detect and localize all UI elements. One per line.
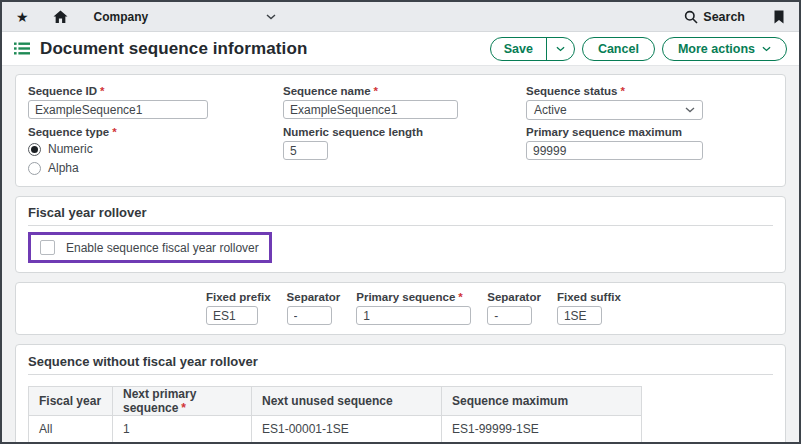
chevron-down-icon xyxy=(762,46,771,52)
top-bar: ★ Company Search xyxy=(2,2,799,32)
primary-sequence-maximum-label: Primary sequence maximum xyxy=(526,126,773,138)
save-button[interactable]: Save xyxy=(491,38,546,60)
section-divider xyxy=(28,374,773,375)
sequence-format-card: Fixed prefix Separator Primary sequence*… xyxy=(15,282,786,335)
sequence-id-field: Sequence ID* xyxy=(28,85,283,120)
fixed-prefix-label: Fixed prefix xyxy=(206,291,271,303)
primary-sequence-label: Primary sequence xyxy=(356,291,455,303)
radio-unselected-icon xyxy=(28,162,41,175)
search-icon xyxy=(684,10,698,24)
sequence-type-field: Sequence type* Numeric Alpha xyxy=(28,126,283,176)
fiscal-year-rollover-title: Fiscal year rollover xyxy=(28,205,773,220)
sequence-id-input[interactable] xyxy=(28,100,208,119)
cancel-button[interactable]: Cancel xyxy=(582,37,655,61)
sequence-id-label: Sequence ID xyxy=(28,85,97,97)
sequence-name-label: Sequence name xyxy=(283,85,371,97)
numeric-sequence-length-label: Numeric sequence length xyxy=(283,126,526,138)
radio-alpha[interactable]: Alpha xyxy=(28,160,283,176)
primary-sequence-input[interactable] xyxy=(356,306,471,325)
fixed-prefix-input[interactable] xyxy=(206,306,258,325)
search-label: Search xyxy=(703,10,745,24)
company-selector-label: Company xyxy=(94,10,149,24)
table-row[interactable]: All 1 ES1-00001-1SE ES1-99999-1SE xyxy=(29,416,642,443)
section-divider xyxy=(28,225,773,226)
page-title: Document sequence information xyxy=(40,39,307,59)
save-dropdown-button[interactable] xyxy=(546,38,574,60)
fixed-suffix-label: Fixed suffix xyxy=(557,291,621,303)
home-button[interactable] xyxy=(53,10,68,24)
separator1-field: Separator xyxy=(287,291,341,325)
sequence-status-field: Sequence status* Active xyxy=(526,85,773,120)
cancel-button-label: Cancel xyxy=(598,42,639,56)
required-marker: * xyxy=(458,291,462,303)
column-header-next-unused-sequence[interactable]: Next unused sequence xyxy=(252,387,442,416)
column-header-sequence-maximum[interactable]: Sequence maximum xyxy=(442,387,642,416)
radio-numeric-label: Numeric xyxy=(48,142,93,156)
save-split-button: Save xyxy=(490,37,575,61)
home-icon xyxy=(53,10,68,24)
record-list-icon[interactable] xyxy=(14,42,30,55)
sequence-without-rollover-card: Sequence without fiscal year rollover Fi… xyxy=(15,344,786,444)
radio-selected-icon xyxy=(28,143,41,156)
enable-fiscal-rollover-label: Enable sequence fiscal year rollover xyxy=(66,241,259,255)
enable-fiscal-rollover-checkbox[interactable] xyxy=(40,240,55,255)
primary-sequence-maximum-field: Primary sequence maximum xyxy=(526,126,773,176)
separator1-label: Separator xyxy=(287,291,341,303)
required-marker: * xyxy=(112,126,116,138)
numeric-sequence-length-field: Numeric sequence length xyxy=(283,126,526,176)
fixed-prefix-field: Fixed prefix xyxy=(206,291,271,325)
numeric-sequence-length-input[interactable] xyxy=(283,141,328,160)
primary-sequence-maximum-input[interactable] xyxy=(526,141,703,160)
page-header: Document sequence information Save Cance… xyxy=(2,32,799,66)
required-marker: * xyxy=(374,85,378,97)
chevron-down-icon xyxy=(556,46,565,52)
sequence-status-value: Active xyxy=(534,103,567,117)
column-header-next-primary-sequence[interactable]: Next primary sequence* xyxy=(113,387,252,416)
chevron-down-icon xyxy=(685,107,695,113)
sequence-name-input[interactable] xyxy=(283,100,458,119)
app-window: ★ Company Search xyxy=(0,0,801,444)
cell-sequence-maximum[interactable]: ES1-99999-1SE xyxy=(442,416,642,443)
sequence-type-label: Sequence type xyxy=(28,126,109,138)
sequence-status-label: Sequence status xyxy=(526,85,617,97)
required-marker: * xyxy=(181,401,186,415)
cell-next-unused-sequence[interactable]: ES1-00001-1SE xyxy=(252,416,442,443)
cell-fiscal-year[interactable]: All xyxy=(29,416,113,443)
primary-sequence-field: Primary sequence* xyxy=(356,291,471,325)
company-selector[interactable]: Company xyxy=(94,10,277,24)
more-actions-button[interactable]: More actions xyxy=(662,37,787,61)
sequence-name-field: Sequence name* xyxy=(283,85,526,120)
page-content: Sequence ID* Sequence name* Sequence sta… xyxy=(2,66,799,444)
bookmark-icon xyxy=(773,10,785,24)
highlight-annotation-box: Enable sequence fiscal year rollover xyxy=(28,232,272,263)
cell-next-primary-sequence[interactable]: 1 xyxy=(113,416,252,443)
bookmark-button[interactable] xyxy=(773,10,785,24)
search-button[interactable]: Search xyxy=(684,10,745,24)
sequence-details-card: Sequence ID* Sequence name* Sequence sta… xyxy=(15,74,786,187)
more-actions-label: More actions xyxy=(678,42,755,56)
fiscal-year-rollover-card: Fiscal year rollover Enable sequence fis… xyxy=(15,196,786,273)
chevron-down-icon xyxy=(266,14,276,20)
sequence-status-select[interactable]: Active xyxy=(526,100,703,120)
radio-numeric[interactable]: Numeric xyxy=(28,141,283,157)
sequence-without-rollover-title: Sequence without fiscal year rollover xyxy=(28,354,773,369)
separator2-field: Separator xyxy=(487,291,541,325)
column-header-fiscal-year[interactable]: Fiscal year xyxy=(29,387,113,416)
fixed-suffix-input[interactable] xyxy=(557,306,602,325)
radio-alpha-label: Alpha xyxy=(48,161,79,175)
separator1-input[interactable] xyxy=(287,306,332,325)
fixed-suffix-field: Fixed suffix xyxy=(557,291,621,325)
table-header-row: Fiscal year Next primary sequence* Next … xyxy=(29,387,642,416)
sequence-table: Fiscal year Next primary sequence* Next … xyxy=(28,386,642,443)
required-marker: * xyxy=(620,85,624,97)
required-marker: * xyxy=(100,85,104,97)
separator2-input[interactable] xyxy=(487,306,532,325)
separator2-label: Separator xyxy=(487,291,541,303)
favorite-star-icon[interactable]: ★ xyxy=(16,10,29,24)
